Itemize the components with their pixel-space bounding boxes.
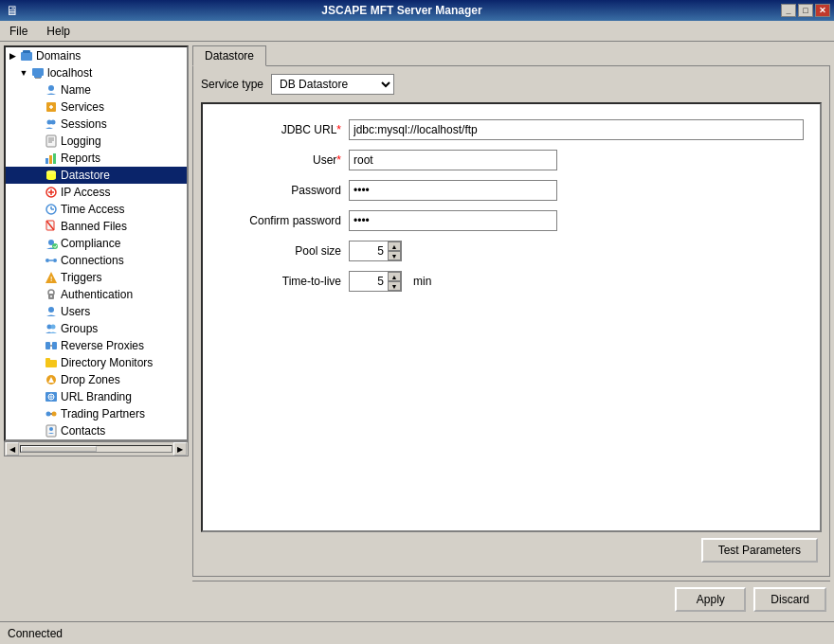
- tab-section: Datastore Service type DB Datastore File…: [192, 45, 830, 577]
- contacts-icon: [44, 423, 59, 438]
- tree-reverseproxies[interactable]: Reverse Proxies: [6, 337, 187, 354]
- tree-triggers[interactable]: ! Triggers: [6, 269, 187, 286]
- pool-size-up[interactable]: ▲: [388, 242, 401, 251]
- confirm-password-input[interactable]: [349, 210, 557, 231]
- tree-localhost[interactable]: ▼ localhost: [6, 64, 187, 81]
- svg-rect-15: [53, 153, 56, 164]
- user-required: *: [336, 153, 341, 167]
- scroll-track[interactable]: [20, 445, 172, 453]
- svg-rect-9: [46, 135, 56, 147]
- app-icon: 🖥: [6, 3, 19, 18]
- jdbc-url-required: *: [336, 123, 341, 136]
- svg-point-51: [52, 412, 57, 417]
- svg-rect-0: [21, 52, 32, 61]
- logging-icon: [44, 134, 59, 149]
- svg-point-29: [53, 259, 57, 262]
- window-controls: _ □ ✕: [781, 4, 830, 17]
- name-icon: [44, 82, 59, 98]
- pool-size-row: Pool size ▲ ▼: [218, 241, 805, 261]
- ttl-up[interactable]: ▲: [388, 272, 401, 281]
- sessions-icon: [44, 116, 59, 132]
- window-title: JSCAPE MFT Server Manager: [23, 4, 781, 17]
- svg-point-38: [51, 325, 56, 330]
- ttl-input[interactable]: [350, 272, 388, 291]
- tree-panel: ▶ Domains ▼ localhost: [4, 45, 189, 441]
- svg-rect-42: [45, 360, 57, 367]
- jdbc-url-row: JDBC URL*: [218, 119, 805, 140]
- user-input[interactable]: [349, 150, 557, 170]
- datastore-icon: [44, 168, 59, 183]
- scroll-thumb[interactable]: [21, 446, 97, 452]
- tree-services[interactable]: Services: [6, 98, 187, 116]
- tree-bannedfiles[interactable]: Banned Files: [6, 218, 187, 235]
- service-type-select[interactable]: DB Datastore File Datastore: [271, 74, 394, 95]
- content-area: ▶ Domains ▼ localhost: [0, 42, 834, 621]
- password-label: Password: [218, 184, 341, 197]
- tree-datastore[interactable]: Datastore: [6, 167, 187, 184]
- scroll-left-btn[interactable]: ◀: [6, 442, 19, 456]
- test-params-button[interactable]: Test Parameters: [701, 538, 818, 563]
- tree-domains[interactable]: ▶ Domains: [6, 47, 187, 64]
- pool-size-label: Pool size: [218, 244, 341, 258]
- ttl-spinner: ▲ ▼: [349, 271, 402, 292]
- ttl-down[interactable]: ▼: [388, 281, 401, 291]
- apply-button[interactable]: Apply: [675, 587, 746, 612]
- tree-ipaccess[interactable]: IP Access: [6, 184, 187, 201]
- maximize-button[interactable]: □: [798, 4, 813, 17]
- localhost-label: localhost: [47, 66, 92, 80]
- tree-reports[interactable]: Reports: [6, 150, 187, 167]
- password-row: Password: [218, 180, 805, 201]
- bottom-buttons: Apply Discard: [192, 581, 830, 617]
- dirmon-icon: [44, 355, 59, 370]
- svg-rect-39: [45, 342, 50, 349]
- tree-name[interactable]: Name: [6, 81, 187, 98]
- tree-urlbranding[interactable]: URL Branding: [6, 388, 187, 405]
- tree-groups[interactable]: Groups: [6, 320, 187, 337]
- svg-point-36: [48, 307, 54, 313]
- svg-point-53: [49, 427, 53, 431]
- password-input[interactable]: [349, 180, 557, 201]
- tree-sessions[interactable]: Sessions: [6, 116, 187, 133]
- tree-connections[interactable]: Connections: [6, 252, 187, 269]
- tree-dirmonitors[interactable]: Directory Monitors: [6, 354, 187, 371]
- tree-users[interactable]: Users: [6, 303, 187, 320]
- user-label: User*: [218, 153, 341, 167]
- svg-rect-2: [32, 68, 44, 76]
- pool-size-down[interactable]: ▼: [388, 251, 401, 260]
- service-type-select-wrapper: DB Datastore File Datastore: [271, 74, 394, 95]
- status-bar: Connected: [0, 621, 834, 644]
- discard-button[interactable]: Discard: [753, 587, 826, 612]
- pool-size-input[interactable]: [350, 242, 388, 260]
- proxies-icon: [44, 338, 59, 353]
- scroll-right-btn[interactable]: ▶: [173, 442, 187, 456]
- svg-point-35: [50, 295, 52, 297]
- menu-help[interactable]: Help: [41, 23, 76, 40]
- tree-contacts[interactable]: Contacts: [6, 422, 187, 439]
- ttl-btns: ▲ ▼: [388, 272, 401, 291]
- jdbc-url-input[interactable]: [349, 119, 804, 140]
- tradingpartners-icon: [44, 406, 59, 421]
- tree-tradingpartners[interactable]: Trading Partners: [6, 405, 187, 422]
- status-text: Connected: [8, 627, 63, 640]
- title-bar: 🖥 JSCAPE MFT Server Manager _ □ ✕: [0, 0, 834, 21]
- svg-rect-13: [45, 158, 48, 164]
- pool-size-spinner: ▲ ▼: [349, 241, 402, 261]
- jdbc-url-label: JDBC URL*: [218, 123, 341, 136]
- ttl-unit: min: [413, 275, 431, 288]
- confirm-password-label: Confirm password: [218, 214, 341, 227]
- svg-point-50: [46, 412, 51, 417]
- urlbranding-icon: [44, 389, 59, 404]
- auth-icon: [44, 287, 59, 302]
- reports-icon: [44, 151, 59, 166]
- minimize-button[interactable]: _: [781, 4, 796, 17]
- close-button[interactable]: ✕: [815, 4, 830, 17]
- tree-timeaccess[interactable]: Time Access: [6, 201, 187, 218]
- tree-compliance[interactable]: Compliance: [6, 235, 187, 252]
- tree-dropzones[interactable]: Drop Zones: [6, 371, 187, 388]
- tree-authentication[interactable]: Authentication: [6, 286, 187, 303]
- tab-datastore[interactable]: Datastore: [192, 45, 266, 66]
- test-params-row: Test Parameters: [201, 532, 822, 568]
- tree-logging[interactable]: Logging: [6, 133, 187, 150]
- menu-file[interactable]: File: [4, 23, 33, 40]
- tree-scrollbar[interactable]: ◀ ▶: [4, 441, 189, 456]
